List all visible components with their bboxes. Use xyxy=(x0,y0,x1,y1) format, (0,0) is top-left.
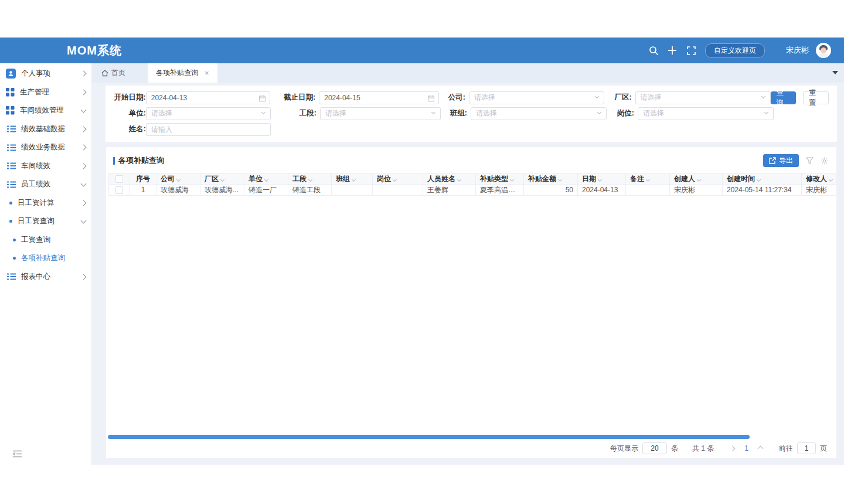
sidebar-item-daily-wage-query[interactable]: 日工资查询 xyxy=(0,212,91,231)
sidebar-item-personal-affairs[interactable]: 个人事项 xyxy=(0,64,91,83)
sidebar-item-subsidy-query[interactable]: 各项补贴查询 xyxy=(0,249,91,268)
cell-company: 玫德威海 xyxy=(156,185,200,196)
col-modifier[interactable]: 修改人 xyxy=(802,173,838,185)
list-icon xyxy=(7,125,16,132)
col-factory[interactable]: 厂区 xyxy=(200,173,244,185)
add-icon[interactable] xyxy=(666,45,678,56)
sort-chevron-icon xyxy=(176,177,181,181)
select-all-checkbox[interactable] xyxy=(115,175,123,183)
data-table: 序号 公司 厂区 单位 工段 班组 岗位 人员姓名 补贴类型 补贴金额 日期 xyxy=(108,173,837,196)
sort-chevron-icon xyxy=(457,177,461,181)
fullscreen-icon[interactable] xyxy=(685,45,697,56)
per-page-input[interactable] xyxy=(642,442,667,454)
post-label: 岗位: xyxy=(613,108,634,118)
team-select[interactable]: 请选择 xyxy=(471,107,607,120)
sidebar-collapse-icon[interactable] xyxy=(13,449,22,460)
sidebar-item-workshop-performance-mgmt[interactable]: 车间绩效管理 xyxy=(0,101,91,120)
sidebar-item-label: 日工资查询 xyxy=(18,216,81,226)
factory-select[interactable]: 请选择 xyxy=(635,91,771,104)
col-team[interactable]: 班组 xyxy=(332,173,373,185)
cell-creator: 宋庆彬 xyxy=(670,185,723,196)
filter-funnel-icon[interactable] xyxy=(806,157,814,164)
name-input[interactable] xyxy=(147,124,270,135)
sort-chevron-icon xyxy=(598,177,602,181)
sidebar-item-performance-base-data[interactable]: 绩效基础数据 xyxy=(0,120,91,139)
chevron-right-icon xyxy=(81,274,87,280)
name-field[interactable] xyxy=(146,123,271,136)
per-page-unit: 条 xyxy=(671,444,678,454)
col-section[interactable]: 工段 xyxy=(288,173,332,185)
col-create-time[interactable]: 创建时间 xyxy=(723,173,802,185)
col-subsidy-amount[interactable]: 补贴金额 xyxy=(524,173,578,185)
app-header: MOM系统 自定义欢迎页 宋庆彬 xyxy=(0,38,844,63)
select-placeholder: 请选择 xyxy=(643,108,664,118)
avatar[interactable] xyxy=(816,43,831,58)
section-label: 工段: xyxy=(281,108,316,118)
goto-page-input[interactable] xyxy=(797,442,816,454)
prev-page-icon[interactable] xyxy=(728,447,737,451)
table-panel: 各项补贴查询 导出 xyxy=(106,147,837,459)
col-creator[interactable]: 创建人 xyxy=(670,173,723,185)
sidebar-item-daily-wage-calc[interactable]: 日工资计算 xyxy=(0,194,91,213)
sidebar-item-employee-performance[interactable]: 员工绩效 xyxy=(0,175,91,194)
cell-subsidy-type: 夏季高温补贴 xyxy=(476,185,524,196)
col-subsidy-type[interactable]: 补贴类型 xyxy=(476,173,524,185)
post-select[interactable]: 请选择 xyxy=(638,107,774,120)
cell-section: 铸造工段 xyxy=(288,185,332,196)
settings-gear-icon[interactable] xyxy=(821,157,828,165)
sidebar-item-label: 各项补贴查询 xyxy=(21,253,86,263)
chevron-down-icon xyxy=(595,94,599,98)
chevron-down-icon xyxy=(431,110,435,114)
sidebar-item-label: 车间绩效管理 xyxy=(20,105,81,115)
goto-page-unit: 页 xyxy=(820,444,827,454)
grid-icon xyxy=(6,88,15,97)
unit-select[interactable]: 请选择 xyxy=(146,107,271,120)
sidebar-item-performance-business-data[interactable]: 绩效业务数据 xyxy=(0,138,91,157)
data-table-wrap: 序号 公司 厂区 单位 工段 班组 岗位 人员姓名 补贴类型 补贴金额 日期 xyxy=(108,173,837,196)
col-post[interactable]: 岗位 xyxy=(373,173,423,185)
close-icon[interactable]: × xyxy=(205,69,209,77)
reset-button[interactable]: 重置 xyxy=(803,91,829,104)
start-date-field[interactable] xyxy=(146,91,270,104)
avatar-body xyxy=(818,53,829,58)
sidebar-item-label: 车间绩效 xyxy=(21,161,81,171)
sort-chevron-icon xyxy=(352,177,356,181)
sidebar-item-wage-query[interactable]: 工资查询 xyxy=(0,231,91,250)
section-select[interactable]: 请选择 xyxy=(320,107,441,120)
tab-home[interactable]: 首页 xyxy=(92,63,135,83)
export-button[interactable]: 导出 xyxy=(763,154,799,167)
filter-row-3: 姓名: xyxy=(114,121,829,137)
sidebar-item-label: 绩效业务数据 xyxy=(21,142,81,152)
sidebar-item-report-center[interactable]: 报表中心 xyxy=(0,268,91,287)
end-date-input[interactable] xyxy=(319,92,438,104)
sidebar-item-production-mgmt[interactable]: 生产管理 xyxy=(0,83,91,102)
table-row[interactable]: 1 玫德威海 玫德威海... 铸造一厂 铸造工段 王姜辉 夏季高温补贴 50 xyxy=(109,185,838,196)
current-page[interactable]: 1 xyxy=(741,444,752,452)
cell-subsidy-amount: 50 xyxy=(524,185,578,196)
col-remark[interactable]: 备注 xyxy=(626,173,670,185)
select-placeholder: 请选择 xyxy=(641,93,662,103)
next-page-icon[interactable] xyxy=(756,447,765,451)
custom-welcome-button[interactable]: 自定义欢迎页 xyxy=(705,43,765,58)
sort-chevron-icon xyxy=(393,177,397,181)
col-date[interactable]: 日期 xyxy=(578,173,626,185)
search-icon[interactable] xyxy=(648,45,659,56)
horizontal-scrollbar-thumb[interactable] xyxy=(108,435,750,439)
tab-subsidy-query[interactable]: 各项补贴查询 × xyxy=(148,63,217,83)
company-select[interactable]: 请选择 xyxy=(469,91,604,104)
col-company[interactable]: 公司 xyxy=(156,173,200,185)
cell-unit: 铸造一厂 xyxy=(244,185,288,196)
avatar-face xyxy=(821,47,826,53)
col-unit[interactable]: 单位 xyxy=(244,173,288,185)
sidebar-item-workshop-performance[interactable]: 车间绩效 xyxy=(0,157,91,176)
start-date-input[interactable] xyxy=(147,92,270,104)
sidebar-item-label: 个人事项 xyxy=(21,69,81,79)
username[interactable]: 宋庆彬 xyxy=(786,45,809,56)
filter-row-1: 开始日期: 截止日期: 公司: 请选择 厂区: xyxy=(114,90,829,105)
tab-dropdown-icon[interactable] xyxy=(832,71,838,74)
search-button[interactable]: 查询 xyxy=(771,91,797,104)
row-checkbox[interactable] xyxy=(115,186,123,194)
select-placeholder: 请选择 xyxy=(476,108,497,118)
end-date-field[interactable] xyxy=(319,91,439,104)
col-person-name[interactable]: 人员姓名 xyxy=(423,173,476,185)
